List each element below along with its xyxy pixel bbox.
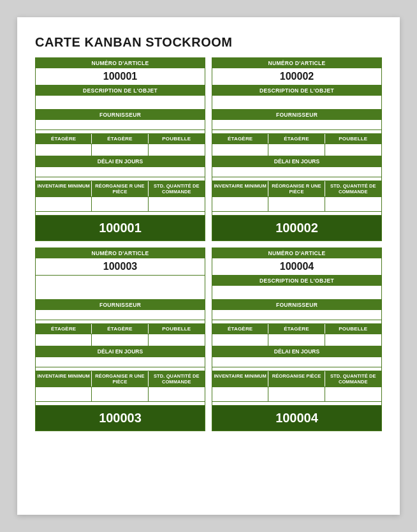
cards-grid: NUMÉRO D'ARTICLE 100001 DESCRIPTION DE L… <box>35 57 382 431</box>
article-label-1: NUMÉRO D'ARTICLE <box>36 58 205 68</box>
shelf-values-4 <box>212 334 381 346</box>
shelf1-label-1: ÉTAGÈRE <box>36 134 92 144</box>
description-value-4 <box>212 286 381 300</box>
supplier-label-4: FOURNISSEUR <box>212 300 381 310</box>
data-values-3 <box>36 387 205 402</box>
supplier-value-3 <box>36 310 205 320</box>
inv-min-val-3 <box>36 387 92 401</box>
footer-number-3: 100003 <box>36 406 205 431</box>
inv-min-val-1 <box>36 197 92 211</box>
footer-number-2: 100002 <box>212 216 381 240</box>
shelf-headers-2: ÉTAGÈRE ÉTAGÈRE POUBELLE <box>212 134 381 144</box>
delay-val-1 <box>36 167 205 177</box>
shelf1-label-2: ÉTAGÈRE <box>212 134 268 144</box>
bin-label-3: POUBELLE <box>149 324 205 334</box>
article-label-2: NUMÉRO D'ARTICLE <box>212 58 381 68</box>
delay-val-3 <box>36 357 205 367</box>
kanban-card-3: NUMÉRO D'ARTICLE 100003 DESCRIPTION DE L… <box>35 248 205 431</box>
delay-val-4 <box>212 357 381 367</box>
inv-min-label-2: INVENTAIRE MINIMUM <box>212 181 268 196</box>
supplier-label-3: FOURNISSEUR <box>36 300 205 310</box>
page: CARTE KANBAN STOCKROOM NUMÉRO D'ARTICLE … <box>17 17 400 515</box>
shelf1-val-1 <box>36 144 92 156</box>
article-number-1: 100001 <box>36 68 205 85</box>
reorg-val-3 <box>92 387 148 401</box>
delay-val-2 <box>212 167 381 177</box>
reorg-label-3: RÉORGANISE R UNE PIÈCE <box>92 371 148 387</box>
shelf-values-2 <box>212 144 381 156</box>
inv-min-val-2 <box>212 197 268 211</box>
bin-label-2: POUBELLE <box>325 134 381 144</box>
shelf1-val-3 <box>36 334 92 346</box>
std-qty-val-2 <box>325 197 381 211</box>
supplier-label-2: FOURNISSEUR <box>212 110 381 120</box>
shelf2-label-1: ÉTAGÈRE <box>92 134 148 144</box>
inv-min-val-4 <box>212 387 268 401</box>
description-label-2: DESCRIPTION DE L'OBJET <box>212 85 381 96</box>
inv-min-label-3: INVENTAIRE MINIMUM <box>36 371 92 387</box>
supplier-value-1 <box>36 120 205 130</box>
delay-label-4: DÉLAI EN JOURS <box>212 346 381 357</box>
inv-min-label-1: INVENTAIRE MINIMUM <box>36 181 92 196</box>
shelf2-val-1 <box>92 144 148 156</box>
bin-val-1 <box>149 144 205 156</box>
std-qty-val-4 <box>325 387 381 401</box>
article-number-2: 100002 <box>212 68 381 85</box>
reorg-val-1 <box>92 197 148 211</box>
reorg-val-4 <box>268 387 325 401</box>
data-headers-2: INVENTAIRE MINIMUM RÉORGANISE R UNE PIÈC… <box>212 181 381 197</box>
description-label-4: DESCRIPTION DE L'OBJET <box>212 276 381 286</box>
shelf1-label-4: ÉTAGÈRE <box>212 324 268 334</box>
bin-val-3 <box>149 334 205 346</box>
shelf2-label-4: ÉTAGÈRE <box>268 324 325 334</box>
kanban-card-1: NUMÉRO D'ARTICLE 100001 DESCRIPTION DE L… <box>35 57 205 241</box>
std-qty-label-4: STD. QUANTITÉ DE COMMANDE <box>325 371 381 387</box>
reorg-label-2: RÉORGANISE R UNE PIÈCE <box>268 181 325 196</box>
delay-label-1: DÉLAI EN JOURS <box>36 156 205 167</box>
std-qty-val-1 <box>149 197 205 211</box>
std-qty-label-3: STD. QUANTITÉ DE COMMANDE <box>149 371 205 387</box>
footer-number-1: 100001 <box>36 216 205 240</box>
article-number-3: 100003 <box>36 258 205 276</box>
shelf2-val-2 <box>268 144 325 156</box>
std-qty-label-2: STD. QUANTITÉ DE COMMANDE <box>325 181 381 196</box>
shelf-headers-4: ÉTAGÈRE ÉTAGÈRE POUBELLE <box>212 324 381 334</box>
supplier-value-4 <box>212 310 381 320</box>
page-title: CARTE KANBAN STOCKROOM <box>35 35 382 50</box>
reorg-val-2 <box>268 197 325 211</box>
shelf1-val-4 <box>212 334 268 346</box>
bin-label-1: POUBELLE <box>149 134 205 144</box>
footer-number-4: 100004 <box>212 406 381 431</box>
std-qty-label-1: STD. QUANTITÉ DE COMMANDE <box>149 181 205 196</box>
data-values-4 <box>212 387 381 402</box>
description-value-1 <box>36 96 205 110</box>
inv-min-label-4: INVENTAIRE MINIMUM <box>212 371 268 387</box>
shelf1-label-3: ÉTAGÈRE <box>36 324 92 334</box>
shelf2-label-2: ÉTAGÈRE <box>268 134 325 144</box>
data-headers-1: INVENTAIRE MINIMUM RÉORGANISE R UNE PIÈC… <box>36 181 205 197</box>
data-values-1 <box>36 197 205 212</box>
shelf-headers-3: ÉTAGÈRE ÉTAGÈRE POUBELLE <box>36 324 205 334</box>
delay-label-3: DÉLAI EN JOURS <box>36 346 205 357</box>
shelf2-label-3: ÉTAGÈRE <box>92 324 148 334</box>
supplier-label-1: FOURNISSEUR <box>36 110 205 120</box>
std-qty-val-3 <box>149 387 205 401</box>
shelf2-val-4 <box>268 334 325 346</box>
supplier-value-2 <box>212 120 381 130</box>
description-value-3 <box>36 286 205 300</box>
shelf-values-1 <box>36 144 205 156</box>
description-label-1: DESCRIPTION DE L'OBJET <box>36 85 205 96</box>
shelf2-val-3 <box>92 334 148 346</box>
bin-val-2 <box>325 144 381 156</box>
reorg-label-4: RÉORGANISE PIÈCE <box>268 371 325 387</box>
article-label-4: NUMÉRO D'ARTICLE <box>212 248 381 258</box>
shelf1-val-2 <box>212 144 268 156</box>
delay-label-2: DÉLAI EN JOURS <box>212 156 381 167</box>
shelf-headers-1: ÉTAGÈRE ÉTAGÈRE POUBELLE <box>36 134 205 144</box>
reorg-label-1: RÉORGANISE R UNE PIÈCE <box>92 181 148 196</box>
article-number-4: 100004 <box>212 258 381 276</box>
article-label-3: NUMÉRO D'ARTICLE <box>36 248 205 258</box>
bin-label-4: POUBELLE <box>325 324 381 334</box>
shelf-values-3 <box>36 334 205 346</box>
kanban-card-2: NUMÉRO D'ARTICLE 100002 DESCRIPTION DE L… <box>212 57 382 241</box>
